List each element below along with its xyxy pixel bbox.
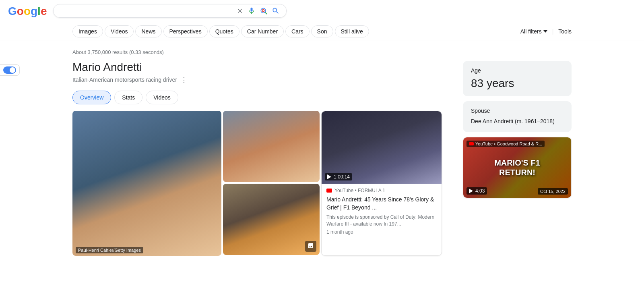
voice-search-button[interactable]: [248, 7, 256, 15]
info-cards: Age 83 years Spouse Dee Ann Andretti (m.…: [463, 61, 572, 262]
video-card-2[interactable]: YouTube • Goodwood Road & R... MARIO'S F…: [463, 137, 572, 198]
expand-image-button[interactable]: [305, 241, 316, 252]
video-duration-1: 1:00:14: [325, 173, 352, 180]
svg-line-2: [265, 12, 267, 14]
youtube-icon-2: [469, 142, 474, 145]
tools-button[interactable]: Tools: [558, 28, 572, 35]
video-source-1: YouTube • FORMULA 1: [326, 188, 437, 193]
main-content: About 3,750,000 results (0.33 seconds) M…: [0, 41, 644, 266]
photo-caption: Paul-Henri Cahier/Getty Images: [76, 247, 143, 253]
video-title-1[interactable]: Mario Andretti: 45 Years Since 78's Glor…: [326, 196, 437, 211]
spouse-label: Spouse: [471, 108, 564, 114]
header: Google mario andretti: [0, 0, 644, 22]
knowledge-tabs: Overview Stats Videos: [72, 91, 455, 104]
nav-pill-images[interactable]: Images: [72, 25, 103, 37]
nav-pill-still-alive[interactable]: Still alive: [335, 25, 369, 37]
tab-videos[interactable]: Videos: [146, 91, 178, 104]
nav-pill-car-number[interactable]: Car Number: [241, 25, 284, 37]
age-label: Age: [471, 67, 564, 74]
photo-medium-top[interactable]: [223, 111, 320, 182]
subject-title: Mario Andretti: [72, 61, 455, 74]
search-bar: mario andretti: [53, 4, 287, 18]
knowledge-left: Mario Andretti Italian-American motorspo…: [72, 61, 455, 262]
video-date-2: Oct 15, 2022: [538, 188, 568, 195]
photo-medium-bottom[interactable]: [223, 184, 320, 255]
more-options-icon[interactable]: ⋮: [180, 75, 188, 84]
youtube-icon: [326, 189, 332, 193]
nav-bar: Images Videos News Perspectives Quotes C…: [0, 22, 644, 41]
nav-pill-quotes[interactable]: Quotes: [209, 25, 239, 37]
results-info: About 3,750,000 results (0.33 seconds): [72, 49, 572, 55]
clear-search-button[interactable]: [236, 7, 244, 15]
lens-search-button[interactable]: [260, 7, 268, 15]
age-card: Age 83 years: [463, 61, 572, 96]
nav-pill-cars[interactable]: Cars: [285, 25, 310, 37]
video-card-1[interactable]: 1:00:14 YouTube • FORMULA 1 Mario Andret…: [321, 111, 442, 256]
subject-subtitle: Italian-American motorsports racing driv…: [72, 75, 455, 84]
images-grid: Paul-Henri Cahier/Getty Images: [72, 111, 455, 256]
nav-pill-son[interactable]: Son: [311, 25, 333, 37]
video-description-1: This episode is sponsored by Call of Dut…: [326, 214, 437, 228]
all-filters-button[interactable]: All filters: [520, 28, 547, 35]
knowledge-section: Mario Andretti Italian-American motorspo…: [72, 61, 572, 262]
video-duration-2: 4:03: [466, 187, 487, 195]
google-logo[interactable]: Google: [8, 5, 45, 17]
svg-point-1: [262, 10, 264, 12]
video-source-2-label: YouTube • Goodwood Road & R...: [475, 141, 542, 146]
tab-overview[interactable]: Overview: [72, 91, 111, 104]
nav-pill-perspectives[interactable]: Perspectives: [163, 25, 208, 37]
video-thumbnail-1: 1:00:14: [322, 111, 442, 184]
spouse-card: Spouse Dee Ann Andretti (m. 1961–2018): [463, 101, 572, 132]
nav-pill-videos[interactable]: Videos: [105, 25, 134, 37]
tab-stats[interactable]: Stats: [114, 91, 142, 104]
photo-column: [223, 111, 320, 256]
video-time-1: 1 month ago: [326, 229, 437, 235]
nav-pill-news[interactable]: News: [135, 25, 161, 37]
search-input[interactable]: mario andretti: [60, 7, 232, 15]
spouse-value[interactable]: Dee Ann Andretti (m. 1961–2018): [471, 117, 564, 126]
age-value: 83 years: [471, 77, 564, 90]
video-thumbnail-2: YouTube • Goodwood Road & R... MARIO'S F…: [463, 137, 571, 198]
photo-large[interactable]: Paul-Henri Cahier/Getty Images: [72, 111, 221, 256]
search-submit-button[interactable]: [272, 7, 280, 15]
dark-mode-toggle[interactable]: [0, 64, 20, 76]
video-info-1: YouTube • FORMULA 1 Mario Andretti: 45 Y…: [322, 184, 442, 239]
